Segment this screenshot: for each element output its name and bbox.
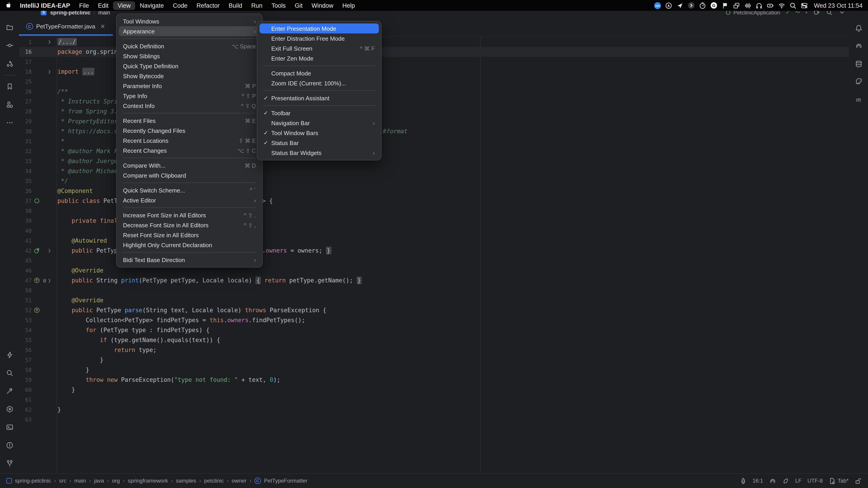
tab-close-icon[interactable]: ✕ <box>100 23 105 30</box>
project-folder-icon[interactable] <box>5 23 14 32</box>
breadcrumb-item-springframework[interactable]: springframework <box>128 478 168 484</box>
problems-icon[interactable] <box>5 441 14 450</box>
menubar-item-view[interactable]: View <box>113 1 135 10</box>
zoom-app-icon[interactable]: zm <box>654 2 661 9</box>
menubar-item-tools[interactable]: Tools <box>267 1 290 10</box>
breadcrumb-item-owner[interactable]: owner <box>232 478 246 484</box>
profiler-leaf-icon[interactable] <box>782 477 789 484</box>
menu-item-recent-changes[interactable]: Recent Changes⌥ ⇧ C <box>119 145 260 156</box>
menu-item-show-siblings[interactable]: Show Siblings <box>119 51 260 61</box>
menu-item-status-bar-widgets[interactable]: Status Bar Widgets› <box>259 148 379 158</box>
indent-widget[interactable]: Tab* <box>829 477 848 484</box>
menu-bar-clock[interactable]: Wed 23 Oct 11:54 <box>814 2 863 9</box>
menu-item-enter-zen-mode[interactable]: Enter Zen Mode <box>259 53 379 63</box>
breadcrumb-item-spring-petclinic[interactable]: spring-petclinic <box>15 478 51 484</box>
waveform-icon[interactable] <box>744 2 752 9</box>
more-icon[interactable] <box>5 118 14 127</box>
wifi-icon[interactable] <box>778 2 785 9</box>
menu-item-quick-type-definition[interactable]: Quick Type Definition <box>119 61 260 71</box>
headphones-icon[interactable] <box>756 2 763 9</box>
menu-item-recent-locations[interactable]: Recent Locations⇧ ⌘ E <box>119 135 260 145</box>
menu-item-type-info[interactable]: Type Info^ ⇧ P <box>119 91 260 101</box>
menu-item-tool-windows[interactable]: Tool Windows› <box>119 16 260 26</box>
menubar-item-run[interactable]: Run <box>247 1 267 10</box>
breadcrumb-item-src[interactable]: src <box>59 478 66 484</box>
menu-item-bidi-text-base-direction[interactable]: Bidi Text Base Direction› <box>119 255 260 265</box>
lightning-icon[interactable] <box>5 350 14 359</box>
menu-item-presentation-assistant[interactable]: ✓Presentation Assistant <box>259 93 379 103</box>
breadcrumb-item-samples[interactable]: samples <box>176 478 196 484</box>
menu-item-compare-with[interactable]: Compare With...⌘ D <box>119 160 260 170</box>
menu-item-parameter-info[interactable]: Parameter Info⌘ P <box>119 81 260 91</box>
tab-pettypeformatter[interactable]: C PetTypeFormatter.java ✕ <box>22 17 110 36</box>
build-hammer-icon[interactable] <box>5 386 14 395</box>
menubar-item-code[interactable]: Code <box>168 1 192 10</box>
breadcrumb-item-main[interactable]: main <box>74 478 86 484</box>
menu-item-status-bar[interactable]: ✓Status Bar <box>259 138 379 148</box>
menu-item-exit-full-screen[interactable]: Exit Full Screen^ ⌘ F <box>259 43 379 53</box>
menu-item-appearance[interactable]: Appearance› <box>119 26 260 36</box>
notifications-bell-icon[interactable] <box>854 24 863 33</box>
chevron-circle-icon[interactable] <box>688 2 695 9</box>
menubar-item-refactor[interactable]: Refactor <box>192 1 224 10</box>
vcs-branch-icon[interactable] <box>5 459 14 468</box>
gradle-icon[interactable] <box>854 77 863 86</box>
spotlight-icon[interactable] <box>789 2 797 9</box>
breadcrumb-item-pettypeformatter[interactable]: PetTypeFormatter <box>264 478 307 484</box>
line-separator-widget[interactable]: LF <box>795 478 802 484</box>
apple-icon[interactable] <box>5 2 13 9</box>
menu-item-compare-with-clipboard[interactable]: Compare with Clipboard <box>119 170 260 180</box>
caret-position-widget[interactable]: 16:1 <box>752 478 763 484</box>
menubar-item-help[interactable]: Help <box>338 1 360 10</box>
menu-item-enter-distraction-free-mode[interactable]: Enter Distraction Free Mode <box>259 33 379 43</box>
send-icon[interactable] <box>677 2 684 9</box>
menu-item-context-info[interactable]: Context Info^ ⇧ Q <box>119 101 260 111</box>
ai-assistant-icon[interactable] <box>854 41 863 51</box>
flag-icon[interactable] <box>722 2 729 9</box>
database-icon[interactable] <box>854 59 863 68</box>
menu-item-quick-switch-scheme[interactable]: Quick Switch Scheme...^ ` <box>119 185 260 195</box>
menubar-item-build[interactable]: Build <box>224 1 247 10</box>
menu-item-active-editor[interactable]: Active Editor› <box>119 195 260 205</box>
menubar-item-edit[interactable]: Edit <box>94 1 113 10</box>
locate-icon[interactable] <box>665 2 673 9</box>
menubar-item-git[interactable]: Git <box>290 1 307 10</box>
plugin-tree-icon[interactable] <box>739 477 747 484</box>
g-app-icon[interactable]: G <box>710 2 718 9</box>
breadcrumb-item-java[interactable]: java <box>94 478 104 484</box>
menu-item-tool-window-bars[interactable]: ✓Tool Window Bars <box>259 128 379 138</box>
encoding-widget[interactable]: UTF-8 <box>807 478 823 484</box>
search-everywhere-icon[interactable] <box>5 368 14 377</box>
menu-item-enter-presentation-mode[interactable]: Enter Presentation Mode <box>259 24 379 33</box>
menu-item-navigation-bar[interactable]: Navigation Bar› <box>259 118 379 128</box>
menu-item-reset-font-size-in-all-editors[interactable]: Reset Font Size in All Editors <box>119 230 260 240</box>
readonly-lock-icon[interactable] <box>855 477 862 484</box>
maven-icon[interactable]: m <box>854 95 863 104</box>
displays-icon[interactable] <box>733 2 740 9</box>
menu-item-quick-definition[interactable]: Quick Definition⌥ Space <box>119 41 260 51</box>
structure-icon[interactable] <box>5 100 14 109</box>
terminal-icon[interactable] <box>5 422 14 431</box>
breadcrumb-item-org[interactable]: org <box>112 478 120 484</box>
menu-item-recently-changed-files[interactable]: Recently Changed Files <box>119 126 260 135</box>
menubar-item-file[interactable]: File <box>74 1 94 10</box>
menubar-item-window[interactable]: Window <box>307 1 338 10</box>
control-center-icon[interactable] <box>801 2 808 9</box>
menu-item-decrease-font-size-in-all-editors[interactable]: Decrease Font Size in All Editors^ ⇧ , <box>119 220 260 230</box>
menu-item-increase-font-size-in-all-editors[interactable]: Increase Font Size in All Editors^ ⇧ . <box>119 210 260 220</box>
menubar-item-intellij-idea-eap[interactable]: IntelliJ IDEA-EAP <box>16 1 74 10</box>
timer-icon[interactable] <box>699 2 706 9</box>
menu-item-show-bytecode[interactable]: Show Bytecode <box>119 71 260 81</box>
battery-icon[interactable] <box>767 2 774 9</box>
menu-item-toolbar[interactable]: ✓Toolbar <box>259 108 379 118</box>
menu-item-recent-files[interactable]: Recent Files⌘ E <box>119 116 260 126</box>
menu-item-compact-mode[interactable]: Compact Mode <box>259 68 379 78</box>
menu-item-zoom-ide-current-100[interactable]: Zoom IDE (Current: 100%)... <box>259 78 379 88</box>
services-icon[interactable] <box>5 404 14 414</box>
pull-requests-icon[interactable] <box>5 59 14 68</box>
breadcrumb-item-petclinic[interactable]: petclinic <box>204 478 224 484</box>
menu-item-highlight-only-current-declaration[interactable]: Highlight Only Current Declaration <box>119 240 260 250</box>
bookmarks-icon[interactable] <box>5 82 14 91</box>
menubar-item-navigate[interactable]: Navigate <box>135 1 168 10</box>
commit-icon[interactable] <box>5 41 14 50</box>
